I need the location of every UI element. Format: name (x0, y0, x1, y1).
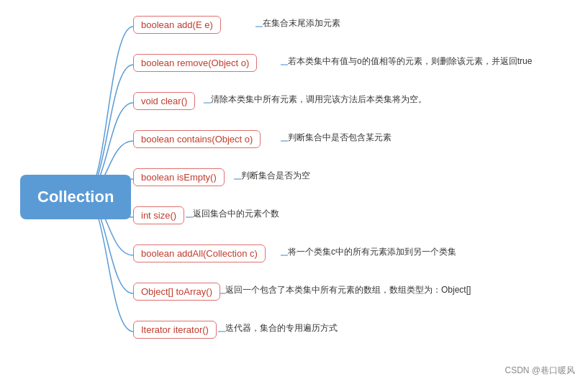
method-label-3: boolean contains(Object o) (141, 134, 253, 145)
desc-7: 返回一个包含了本类集中所有元素的数组，数组类型为：Object[] (225, 284, 471, 296)
watermark: CSDN @巷口暖风 (505, 365, 575, 377)
mind-map-canvas: Collection boolean add(E e) 在集合末尾添加元素 bo… (0, 0, 588, 384)
method-box-5: int size() (133, 206, 184, 224)
method-label-5: int size() (141, 210, 176, 221)
desc-6: 将一个类集c中的所有元素添加到另一个类集 (288, 246, 456, 258)
desc-8: 迭代器，集合的专用遍历方式 (225, 322, 338, 334)
desc-5: 返回集合中的元素个数 (193, 208, 279, 220)
method-box-1: boolean remove(Object o) (133, 54, 257, 72)
method-box-2: void clear() (133, 92, 195, 110)
method-box-0: boolean add(E e) (133, 16, 221, 34)
method-label-2: void clear() (141, 96, 187, 106)
method-label-1: boolean remove(Object o) (141, 58, 249, 68)
method-box-6: boolean addAll(Collection c) (133, 244, 266, 262)
collection-node: Collection (20, 175, 131, 219)
method-label-8: Iterator iterator() (141, 324, 209, 335)
desc-0: 在集合末尾添加元素 (263, 17, 340, 29)
method-label-0: boolean add(E e) (141, 19, 213, 30)
method-box-8: Iterator iterator() (133, 321, 217, 339)
method-label-6: boolean addAll(Collection c) (141, 248, 258, 259)
desc-4: 判断集合是否为空 (241, 170, 310, 182)
method-box-3: boolean contains(Object o) (133, 130, 261, 148)
method-box-7: Object[] toArray() (133, 283, 220, 301)
desc-3: 判断集合中是否包含某元素 (288, 132, 392, 144)
method-label-7: Object[] toArray() (141, 286, 212, 297)
desc-2: 清除本类集中所有元素，调用完该方法后本类集将为空。 (211, 93, 427, 106)
method-label-4: boolean isEmpty() (141, 172, 217, 183)
method-box-4: boolean isEmpty() (133, 168, 225, 186)
desc-1: 若本类集中有值与o的值相等的元素，则删除该元素，并返回true (288, 55, 532, 68)
